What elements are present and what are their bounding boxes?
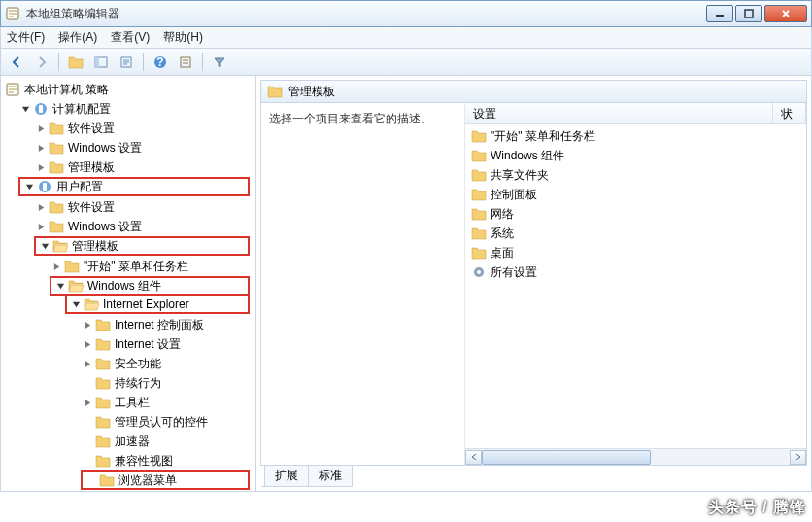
tab-extended[interactable]: 扩展 [264, 466, 309, 487]
tree-item[interactable]: Internet 设置 [79, 334, 255, 354]
expander-icon[interactable] [55, 281, 66, 292]
folder-icon [49, 159, 64, 175]
maximize-button[interactable] [735, 5, 762, 22]
expander-icon[interactable] [83, 359, 93, 369]
folder-open-icon [52, 238, 68, 254]
tree-item[interactable]: 持续行为 [79, 373, 255, 393]
minimize-button[interactable] [706, 5, 733, 22]
tree-label: 计算机配置 [52, 101, 111, 118]
expander-icon[interactable] [51, 261, 62, 272]
list-item[interactable]: 系统 [465, 224, 806, 243]
list-item[interactable]: 网络 [465, 204, 806, 224]
tree-item[interactable]: Windows 设置 [32, 217, 255, 236]
expander-icon[interactable] [83, 398, 93, 408]
expander-icon[interactable] [36, 123, 47, 134]
close-button[interactable] [764, 5, 807, 22]
gear-icon [471, 264, 487, 280]
title-bar: 本地组策略编辑器 [0, 0, 812, 27]
list-item[interactable]: 所有设置 [465, 262, 806, 282]
scroll-left-button[interactable] [465, 450, 482, 465]
help-button[interactable]: ? [149, 52, 172, 73]
folder-icon [471, 206, 487, 222]
list-body[interactable]: "开始" 菜单和任务栏 Windows 组件 共享文件夹 控制面板 网络 系统 … [465, 124, 806, 448]
list-item[interactable]: 控制面板 [465, 185, 806, 204]
tree-ie[interactable]: Internet Explorer [65, 295, 250, 314]
menu-file[interactable]: 文件(F) [7, 29, 45, 46]
folder-icon [95, 317, 111, 332]
tree-item[interactable]: 管理员认可的控件 [79, 412, 255, 432]
tree-label: Windows 设置 [68, 219, 142, 235]
folder-icon [95, 414, 111, 430]
tree-item[interactable]: 加速器 [79, 432, 255, 451]
tree-item[interactable]: 管理模板 [32, 157, 255, 177]
folder-icon [49, 219, 64, 234]
folder-open-icon [84, 296, 99, 312]
tree-admin-templates[interactable]: 管理模板 [34, 236, 250, 256]
list-item[interactable]: Windows 组件 [465, 146, 806, 165]
list-label: 所有设置 [491, 264, 537, 281]
tree-item[interactable]: 兼容性视图 [79, 451, 255, 470]
tree-root-label: 本地计算机 策略 [24, 82, 109, 98]
expander-icon[interactable] [36, 143, 47, 154]
back-button[interactable] [5, 52, 28, 73]
up-button[interactable] [64, 52, 87, 73]
tree-pane[interactable]: 本地计算机 策略 计算机配置 软件设置 Windows 设置 管理模板 [1, 76, 256, 491]
forward-button[interactable] [30, 52, 53, 73]
properties-button[interactable] [174, 52, 197, 73]
tree-item[interactable]: 软件设置 [32, 119, 255, 138]
expander-icon[interactable] [71, 299, 82, 310]
tree-windows-components[interactable]: Windows 组件 [50, 276, 250, 296]
expander-icon[interactable] [40, 241, 51, 252]
scroll-thumb[interactable] [482, 450, 651, 465]
folder-icon [95, 356, 111, 371]
svg-rect-5 [745, 10, 753, 17]
menu-help[interactable]: 帮助(H) [163, 29, 203, 46]
content-header: 管理模板 [260, 80, 807, 103]
list-label: 网络 [491, 206, 514, 223]
tree-user-config[interactable]: 用户配置 [18, 177, 250, 196]
tree-label: 持续行为 [115, 375, 161, 392]
list-item[interactable]: 共享文件夹 [465, 165, 806, 185]
expander-icon[interactable] [20, 104, 31, 115]
tree-label: 用户配置 [56, 179, 103, 195]
tree-label: 加速器 [115, 434, 150, 450]
tree-item[interactable]: 工具栏 [79, 393, 255, 412]
list-label: 共享文件夹 [491, 167, 549, 184]
tree-item[interactable]: "开始" 菜单和任务栏 [48, 257, 255, 276]
list-item[interactable]: "开始" 菜单和任务栏 [465, 126, 806, 146]
tree-item[interactable]: Windows 设置 [32, 138, 255, 157]
expander-icon[interactable] [24, 182, 35, 192]
tree-label: 浏览器菜单 [118, 472, 177, 489]
menu-view[interactable]: 查看(V) [111, 29, 150, 46]
content-tabs: 扩展 标准 [260, 466, 807, 487]
list-item[interactable]: 桌面 [465, 243, 806, 262]
expander-icon[interactable] [36, 162, 47, 173]
show-hide-tree-button[interactable] [89, 52, 113, 73]
expander-icon[interactable] [36, 202, 47, 213]
scroll-right-button[interactable] [790, 450, 806, 465]
tree-item[interactable]: 软件设置 [32, 197, 255, 217]
column-setting[interactable]: 设置 [465, 103, 773, 123]
list-label: Windows 组件 [491, 148, 564, 164]
tree-label: Windows 设置 [68, 140, 142, 157]
export-button[interactable] [115, 52, 138, 73]
horizontal-scrollbar[interactable] [465, 448, 806, 465]
menu-action[interactable]: 操作(A) [58, 29, 97, 46]
tree-computer-config[interactable]: 计算机配置 [17, 99, 255, 119]
tree-root[interactable]: 本地计算机 策略 [1, 80, 255, 99]
tree-label: Internet 设置 [115, 336, 181, 353]
folder-icon [99, 472, 115, 488]
tree-browser-menu[interactable]: 浏览器菜单 [81, 470, 250, 490]
expander-icon[interactable] [83, 339, 93, 350]
tree-item[interactable]: Internet 控制面板 [79, 315, 255, 334]
filter-button[interactable] [208, 52, 231, 73]
expander-icon[interactable] [36, 222, 47, 232]
watermark: 头条号 / 腾锋 [708, 498, 806, 518]
expander-icon[interactable] [83, 320, 93, 331]
column-state[interactable]: 状 [773, 103, 806, 123]
tree-item[interactable]: 安全功能 [79, 354, 255, 373]
folder-icon [471, 187, 487, 202]
folder-icon [471, 245, 487, 261]
tab-standard[interactable]: 标准 [308, 466, 353, 487]
folder-icon [95, 434, 111, 449]
